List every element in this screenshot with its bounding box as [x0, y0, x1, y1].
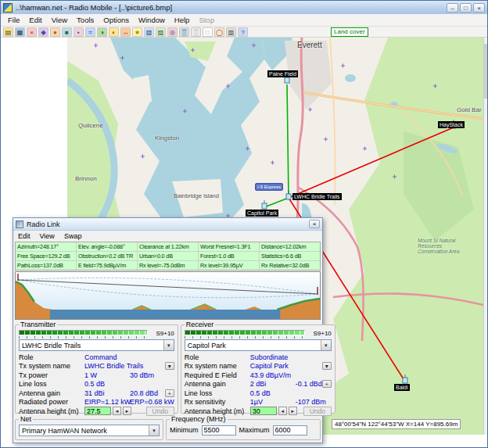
elevation-colors-icon[interactable]: ▒	[179, 27, 189, 37]
chevron-down-icon[interactable]: ▼	[322, 362, 332, 370]
combined-coverage-icon[interactable]: ◐	[109, 27, 119, 37]
land-cover-button[interactable]: Land cover	[331, 27, 368, 37]
stat-distance: Distance=12.02km	[260, 242, 320, 251]
grayscale-icon[interactable]: ░	[191, 27, 201, 37]
site-label-lwhc[interactable]: LWHC Bridle Trails	[292, 193, 342, 200]
minimize-button[interactable]: –	[447, 3, 458, 13]
rx-required-field-label: Required E Field	[185, 371, 250, 379]
highway-shield: I-5 Express	[255, 183, 283, 191]
menu-edit[interactable]: Edit	[25, 15, 45, 25]
white-background-icon[interactable]: □	[203, 27, 213, 37]
toolbar: ▤ ▦ × ◆ ● ■ ▪ ≈ ◑ ◐ ↔ ★ ▧ ▨ ◎ ▒ ░ □ ◯ ▥ …	[1, 27, 487, 38]
stat-forest: Forest=1.0 dB	[199, 252, 259, 260]
chevron-down-icon[interactable]: ▼	[163, 340, 174, 350]
close-button[interactable]: ×	[473, 3, 485, 13]
units-properties-icon[interactable]: ●	[50, 27, 60, 37]
height-decrease-button[interactable]: ◄	[113, 407, 121, 415]
help-icon[interactable]: ?	[238, 27, 248, 37]
scrollbar-thumb[interactable]	[484, 44, 488, 99]
dialog-menu-swap[interactable]: Swap	[64, 232, 82, 240]
networks-properties-icon[interactable]: ◆	[38, 27, 48, 37]
save-picture-icon[interactable]: ▦	[15, 27, 25, 37]
tx-erp: ERP=0.68 kW	[130, 398, 174, 406]
frequency-group: Frequency (MHz) Minimum Maximum	[166, 415, 321, 440]
stat-free-space: Free Space=129.2 dB	[16, 252, 76, 260]
maximize-button[interactable]: □	[460, 3, 472, 13]
rx-gain-dbi: 2 dBi	[250, 380, 296, 388]
tx-power-dbm: 30 dBm	[130, 371, 154, 379]
dialog-close-button[interactable]: ×	[309, 220, 320, 228]
protected-area-label: Mount Si Natural Resources Conservation …	[418, 238, 469, 254]
rx-meter-ticks	[185, 336, 305, 339]
frequency-max-input[interactable]	[273, 425, 307, 435]
rx-role-value: Subordinate	[250, 353, 289, 361]
net-selected: Primary HamWAN Network	[22, 427, 107, 435]
height-increase-button[interactable]: ►	[123, 407, 131, 415]
rx-role-label: Role	[185, 353, 250, 361]
stat-statistics: Statistics=6.6 dB	[260, 252, 320, 260]
rx-line-loss-label: Line loss	[185, 389, 250, 397]
chevron-down-icon[interactable]: ▼	[149, 425, 159, 435]
site-label-paine-field[interactable]: Paine Field	[267, 70, 298, 77]
height-decrease-button[interactable]: ◄	[278, 407, 287, 415]
site-label-capitol-park[interactable]: Capitol Park	[246, 210, 278, 217]
antenna-plus-button[interactable]: +	[322, 380, 332, 388]
chevron-down-icon[interactable]: ▼	[321, 340, 331, 350]
tx-antenna-gain-label: Antenna gain	[19, 389, 84, 397]
tx-antenna-height-label: Antenna height (m)	[19, 407, 84, 415]
net-combo[interactable]: Primary HamWAN Network ▼	[19, 425, 160, 436]
cursor-position-readout: 48°00'54"N 122°44'53"W X=144 Y=895.69m	[332, 419, 461, 429]
best-sites-icon[interactable]: ★	[132, 27, 142, 37]
dialog-title: Radio Link	[27, 220, 60, 228]
zoom-icon[interactable]: ◯	[214, 27, 224, 37]
stat-obstruction: Obstruction=0.2 dB TR	[77, 252, 137, 260]
rx-system-label: Rx system name	[185, 362, 250, 370]
rx-line-loss-value: 0.5 dB	[250, 389, 271, 397]
rx-unit-selected: Capitol Park	[188, 342, 226, 349]
antenna-plus-button[interactable]: +	[165, 389, 174, 397]
radio-link-icon[interactable]: ≈	[85, 27, 95, 37]
close-picture-icon[interactable]: ×	[27, 27, 37, 37]
vertical-scrollbar[interactable]	[483, 38, 488, 435]
menu-help[interactable]: Help	[170, 15, 194, 25]
rx-unit-combo[interactable]: Capitol Park ▼	[185, 339, 332, 351]
transmitter-group-label: Transmitter	[19, 321, 57, 328]
tx-undo-button[interactable]: Undo	[146, 407, 174, 416]
membership-icon[interactable]: ▪	[74, 27, 84, 37]
route-coverage-icon[interactable]: ↔	[120, 27, 131, 37]
site-label-haystack[interactable]: HayStack	[438, 121, 465, 128]
menu-bar: File Edit View Tools Options Window Help…	[1, 14, 487, 27]
city-label: Bainbridge Island	[174, 192, 219, 199]
open-picture-icon[interactable]: ▤	[3, 27, 13, 37]
frequency-min-input[interactable]	[202, 425, 236, 435]
menu-options[interactable]: Options	[99, 15, 133, 25]
dialog-menu-edit[interactable]: Edit	[18, 232, 30, 240]
rx-signal-value: S9+10	[308, 329, 332, 337]
stat-rx-level-dbm: Rx level=-75.0dBm	[138, 261, 198, 270]
menu-file[interactable]: File	[4, 15, 23, 25]
merge-pictures-icon[interactable]: ▨	[156, 27, 166, 37]
tx-line-loss-value: 0.5 dB	[84, 380, 105, 388]
rx-antenna-height-label: Antenna height (m)	[185, 407, 250, 415]
tx-antenna-height-input[interactable]	[84, 407, 111, 415]
systems-properties-icon[interactable]: ■	[62, 27, 72, 37]
tx-role-value: Command	[84, 353, 117, 361]
menu-tools[interactable]: Tools	[73, 15, 98, 25]
chevron-down-icon[interactable]: ▼	[165, 362, 174, 370]
tx-unit-combo[interactable]: LWHC Bridle Trails ▼	[19, 339, 174, 351]
menu-view[interactable]: View	[48, 15, 71, 25]
city-label: Everett	[297, 41, 322, 49]
stat-rx-level-uv: Rx level=39.95µV	[199, 261, 259, 270]
rx-antenna-height-input[interactable]	[250, 407, 277, 415]
contour-lines-icon[interactable]: ◎	[167, 27, 178, 37]
site-label-baldi[interactable]: Baldi	[394, 384, 410, 391]
map-properties-icon[interactable]: ▧	[144, 27, 154, 37]
rx-undo-button[interactable]: Undo	[303, 407, 332, 416]
height-increase-button[interactable]: ►	[289, 407, 297, 415]
dialog-menu-view[interactable]: View	[40, 232, 55, 240]
single-coverage-icon[interactable]: ◑	[97, 27, 107, 37]
print-icon[interactable]: ▥	[226, 27, 236, 37]
tx-power-watts: 1 W	[84, 371, 130, 379]
net-group-label: Net	[19, 415, 33, 423]
menu-window[interactable]: Window	[135, 15, 169, 25]
